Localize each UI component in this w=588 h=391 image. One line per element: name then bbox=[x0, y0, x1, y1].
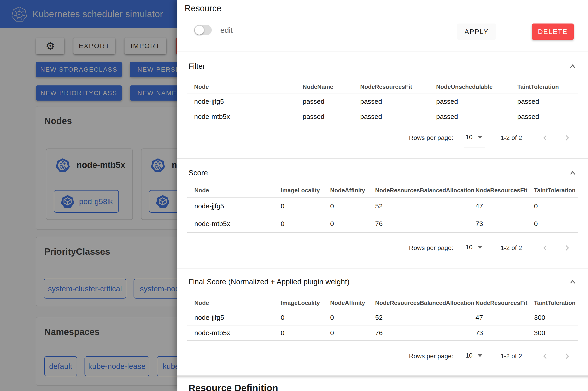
previous-page-button[interactable] bbox=[540, 243, 551, 253]
cell-value: passed bbox=[517, 98, 578, 105]
final-score-section: Final Score (Normalized + Applied plugin… bbox=[177, 268, 588, 375]
chevron-right-icon bbox=[563, 134, 571, 142]
next-page-button[interactable] bbox=[562, 351, 572, 361]
cell-value: passed bbox=[303, 113, 360, 120]
cell-value: 0 bbox=[330, 202, 375, 210]
table-row: node-jjfg5 0 0 52 47 0 bbox=[187, 197, 578, 215]
cell-value: 47 bbox=[476, 202, 534, 210]
table-header-row: Node ImageLocality NodeAffinity NodeReso… bbox=[187, 296, 578, 310]
previous-page-button[interactable] bbox=[540, 133, 551, 143]
cell-node: node-mtb5x bbox=[194, 220, 281, 228]
final-score-collapse-button[interactable] bbox=[566, 276, 579, 289]
score-table: Node ImageLocality NodeAffinity NodeReso… bbox=[187, 183, 578, 233]
column-header: TaintToleration bbox=[517, 83, 578, 91]
filter-collapse-button[interactable] bbox=[566, 60, 579, 73]
cell-value: 52 bbox=[375, 202, 476, 210]
cell-value: passed bbox=[303, 98, 360, 105]
score-pagination: Rows per page: 10 1-2 of 2 bbox=[409, 241, 572, 255]
chevron-left-icon bbox=[541, 352, 550, 361]
cell-value: 52 bbox=[375, 314, 476, 321]
chevron-up-icon bbox=[568, 278, 577, 286]
column-header: NodeResourcesBalancedAllocation bbox=[375, 187, 476, 194]
resource-definition-section: Resource Definition bbox=[177, 375, 588, 391]
chevron-up-icon bbox=[568, 169, 577, 177]
chevron-left-icon bbox=[541, 134, 550, 142]
column-header: NodeAffinity bbox=[330, 187, 375, 194]
column-header: NodeName bbox=[303, 83, 360, 91]
select-underline bbox=[464, 258, 485, 258]
cell-value: 76 bbox=[375, 220, 476, 228]
column-header: NodeResourcesFit bbox=[476, 299, 534, 306]
column-header: TaintToleration bbox=[534, 187, 578, 194]
delete-button[interactable]: DELETE bbox=[532, 23, 574, 40]
table-row: node-jjfg5 0 0 52 47 300 bbox=[187, 310, 578, 325]
column-header: TaintToleration bbox=[534, 299, 578, 306]
table-row: node-jjfg5 passed passed passed passed bbox=[187, 94, 578, 109]
filter-section-title: Filter bbox=[188, 62, 205, 71]
select-underline bbox=[464, 366, 485, 366]
cell-value: 0 bbox=[281, 329, 330, 337]
rows-per-page-select[interactable]: 10 bbox=[464, 243, 483, 253]
table-header-row: Node ImageLocality NodeAffinity NodeReso… bbox=[187, 183, 578, 197]
column-header: NodeResourcesFit bbox=[360, 83, 436, 91]
cell-value: passed bbox=[360, 98, 436, 105]
next-page-button[interactable] bbox=[562, 133, 572, 143]
final-score-table: Node ImageLocality NodeAffinity NodeReso… bbox=[187, 296, 578, 341]
filter-section: Filter Node NodeName NodeResourcesFit No… bbox=[177, 52, 588, 158]
cell-value: passed bbox=[436, 98, 517, 105]
cell-value: 300 bbox=[534, 314, 578, 321]
column-header: NodeAffinity bbox=[330, 299, 375, 306]
rows-per-page-value: 10 bbox=[466, 244, 473, 251]
cell-value: 0 bbox=[281, 220, 330, 228]
pagination-range: 1-2 of 2 bbox=[501, 353, 522, 360]
rows-per-page-label: Rows per page: bbox=[409, 353, 453, 360]
column-header: NodeResourcesBalancedAllocation bbox=[375, 299, 476, 306]
caret-down-icon bbox=[478, 354, 483, 357]
pagination-range: 1-2 of 2 bbox=[501, 244, 522, 252]
column-header: NodeResourcesFit bbox=[476, 187, 534, 194]
score-collapse-button[interactable] bbox=[566, 167, 579, 180]
delete-button-label: DELETE bbox=[538, 28, 568, 35]
cell-value: 0 bbox=[534, 220, 578, 228]
rows-per-page-select[interactable]: 10 bbox=[464, 133, 483, 143]
column-header: Node bbox=[194, 187, 281, 194]
resource-definition-title: Resource Definition bbox=[188, 383, 278, 391]
table-header-row: Node NodeName NodeResourcesFit NodeUnsch… bbox=[187, 78, 578, 94]
cell-node: node-jjfg5 bbox=[194, 314, 281, 321]
cell-value: 0 bbox=[281, 314, 330, 321]
cell-node: node-jjfg5 bbox=[194, 202, 281, 210]
pagination-range: 1-2 of 2 bbox=[501, 134, 522, 141]
cell-value: 76 bbox=[375, 329, 476, 337]
caret-down-icon bbox=[478, 246, 483, 249]
chevron-up-icon bbox=[568, 62, 577, 71]
final-score-pagination: Rows per page: 10 1-2 of 2 bbox=[409, 349, 572, 363]
cell-value: 73 bbox=[476, 329, 534, 337]
cell-value: 0 bbox=[534, 202, 578, 210]
final-score-section-title: Final Score (Normalized + Applied plugin… bbox=[188, 278, 350, 286]
score-section-title: Score bbox=[188, 169, 208, 177]
rows-per-page-select[interactable]: 10 bbox=[464, 351, 483, 361]
cell-value: 0 bbox=[330, 314, 375, 321]
chevron-right-icon bbox=[563, 244, 571, 252]
cell-value: 0 bbox=[330, 329, 375, 337]
rows-per-page-value: 10 bbox=[466, 134, 473, 141]
column-header: Node bbox=[194, 299, 281, 306]
apply-button[interactable]: APPLY bbox=[457, 23, 496, 40]
cell-value: passed bbox=[436, 113, 517, 120]
edit-toggle-label: edit bbox=[220, 25, 233, 35]
caret-down-icon bbox=[478, 136, 483, 139]
score-section: Score Node ImageLocality NodeAffinity No… bbox=[177, 158, 588, 268]
column-header: Node bbox=[194, 83, 303, 91]
table-row: node-mtb5x 0 0 76 73 0 bbox=[187, 215, 578, 233]
edit-toggle[interactable] bbox=[194, 25, 212, 35]
select-underline bbox=[464, 148, 485, 148]
cell-value: 0 bbox=[330, 220, 375, 228]
cell-value: 0 bbox=[281, 202, 330, 210]
drawer-title: Resource bbox=[185, 4, 221, 13]
rows-per-page-label: Rows per page: bbox=[409, 134, 453, 141]
previous-page-button[interactable] bbox=[540, 351, 551, 361]
column-header: NodeUnschedulable bbox=[436, 83, 517, 91]
filter-pagination: Rows per page: 10 1-2 of 2 bbox=[409, 131, 572, 145]
next-page-button[interactable] bbox=[562, 243, 572, 253]
cell-value: 73 bbox=[476, 220, 534, 228]
